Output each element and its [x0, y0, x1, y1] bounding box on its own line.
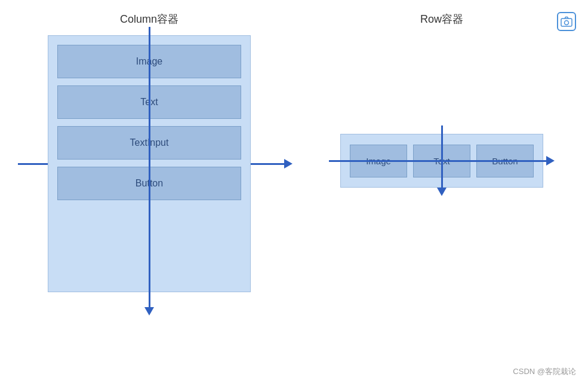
- watermark: CSDN @客院栽论: [513, 366, 576, 377]
- column-title: Column容器: [36, 12, 263, 26]
- row-section: Row容器 Image Text Button: [316, 12, 567, 188]
- column-wrapper: Image Text TextInput Button: [36, 35, 263, 292]
- column-item-image: Image: [57, 45, 241, 78]
- row-container: Image Text Button: [340, 134, 543, 188]
- column-item-textinput: TextInput: [57, 126, 241, 160]
- column-section: Column容器 Image Text TextInput Button: [36, 12, 263, 292]
- column-item-text: Text: [57, 85, 241, 119]
- row-wrapper: Image Text Button: [316, 134, 567, 188]
- page: Column容器 Image Text TextInput Button Ro: [0, 0, 588, 386]
- row-h-arrow-head: [546, 156, 555, 166]
- row-title: Row容器: [316, 12, 567, 26]
- column-container: Image Text TextInput Button: [48, 35, 251, 292]
- column-h-arrow-head: [284, 159, 293, 169]
- column-item-button: Button: [57, 167, 241, 200]
- column-v-arrow-head: [144, 307, 154, 315]
- row-item-button: Button: [476, 145, 534, 177]
- row-item-image: Image: [350, 145, 407, 177]
- row-item-text: Text: [413, 145, 470, 177]
- row-v-arrow-head: [437, 188, 447, 196]
